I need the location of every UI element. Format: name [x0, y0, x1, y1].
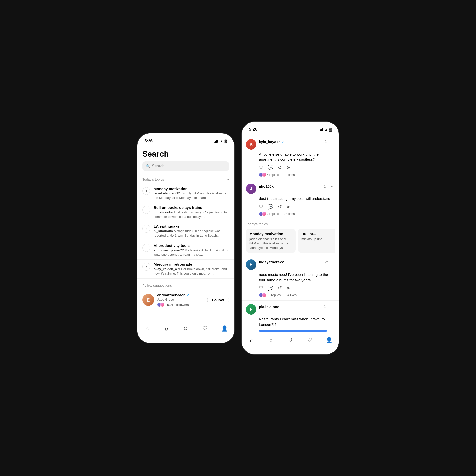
stats-avatars-jiho [259, 212, 265, 216]
share-button-jiho[interactable]: ➤ [286, 204, 290, 210]
topic-content-4: AI productivity tools sunflower_power77 … [154, 243, 229, 257]
stats-avatars-kyia [259, 172, 265, 177]
username-row-hidaya: hidayathere22 6m ··· [259, 259, 335, 265]
topics-section-header: Today's topics ··· [137, 175, 234, 184]
topic-content-2: Bull on tracks delays trains mirikitcook… [154, 205, 229, 219]
post-stats-jiho: 2 replies · 24 likes [246, 212, 335, 219]
more-pia[interactable]: ··· [331, 304, 335, 309]
feed-topic-title-1: Monday motivation [249, 232, 292, 236]
topic-item-3[interactable]: 3 LA earthquake hi_kimuraito A magnitude… [137, 222, 234, 241]
search-screen: Search 🔍 Search Today's topics ··· 1 Mon… [137, 145, 234, 343]
feed-topics-label: Today's topics [246, 222, 335, 226]
search-nav-icon: ⌕ [165, 325, 168, 332]
home-icon-2: ⌂ [250, 337, 253, 343]
username-row-pia: pia.in.a.pod 1m ··· [259, 304, 335, 309]
nav-profile[interactable]: 👤 [215, 325, 234, 332]
topic-item-1[interactable]: 1 Monday motivation jaded.elephant17 It'… [137, 184, 234, 203]
repost-button-jiho[interactable]: ↺ [278, 204, 282, 210]
blue-bar-wrapper [246, 330, 335, 332]
topic-content-1: Monday motivation jaded.elephant17 It's … [154, 187, 229, 200]
time-pia: 1m [324, 305, 328, 309]
topic-content-3: LA earthquake hi_kimuraito A magnitude 3… [154, 224, 229, 238]
share-button-hidaya[interactable]: ➤ [286, 285, 290, 291]
feed-topics-section: Today's topics Monday motivation jaded.e… [242, 219, 339, 256]
repost-button-kyia[interactable]: ↺ [278, 165, 282, 170]
stats-avatar-2-jiho [262, 212, 266, 216]
person-nav-icon: 👤 [221, 325, 228, 332]
more-kyia[interactable]: ··· [331, 139, 335, 144]
phone-search: 5:26 ▲ ▓ Search 🔍 Search Today's topics … [137, 133, 234, 343]
topic-preview-2: mirikitcooks That feeling when you're ju… [154, 210, 229, 219]
share-button-kyia[interactable]: ➤ [286, 165, 290, 170]
username-jiho: jiho100x [259, 184, 274, 188]
topic-content-5: Mercury in retrograde okay_kaiden_459 Ca… [154, 262, 229, 276]
topic-preview-1: jaded.elephant17 It's only 8AM and this … [154, 191, 229, 200]
nav-home-2[interactable]: ⌂ [242, 337, 261, 343]
like-button-hidaya[interactable]: ♡ [259, 285, 263, 291]
nav-profile-2[interactable]: 👤 [319, 337, 339, 343]
post-body-jiho: dust is distracting...my boss will under… [246, 196, 335, 201]
comment-button-jiho[interactable]: 💬 [268, 204, 273, 210]
likes-hidaya: 64 likes [286, 293, 297, 297]
topic-item-4[interactable]: 4 AI productivity tools sunflower_power7… [137, 241, 234, 260]
nav-repost[interactable]: ↺ [176, 325, 195, 332]
post-header-hidaya: H hidayathere22 6m ··· [246, 259, 335, 270]
feed-topic-title-2: Bull or... [301, 232, 335, 236]
username-row-jiho: jiho100x 1m ··· [259, 184, 335, 189]
battery-icon-2: ▓ [329, 127, 332, 131]
nav-repost-2[interactable]: ↺ [281, 337, 300, 343]
nav-likes[interactable]: ♡ [195, 325, 215, 332]
status-time-2: 5:26 [249, 127, 257, 132]
search-bar-wrapper: 🔍 Search [137, 161, 234, 175]
username-row-kyia: kyia_kayaks ✓ 2h ··· [259, 139, 335, 144]
nav-likes-2[interactable]: ♡ [300, 337, 319, 343]
time-kyia: 2h [325, 140, 328, 144]
post-actions-kyia: ♡ 💬 ↺ ➤ [246, 165, 335, 170]
comment-button-hidaya[interactable]: 💬 [268, 285, 273, 291]
like-button-jiho[interactable]: ♡ [259, 204, 263, 210]
post-header-kyia: K kyia_kayaks ✓ 2h ··· [246, 139, 335, 150]
nav-home[interactable]: ⌂ [137, 325, 157, 332]
nav-search[interactable]: ⌕ [157, 325, 176, 332]
like-button-kyia[interactable]: ♡ [259, 165, 263, 170]
topic-item-5[interactable]: 5 Mercury in retrograde okay_kaiden_459 … [137, 260, 234, 279]
topic-username-2: mirikitcooks [154, 210, 173, 214]
time-jiho: 1m [324, 184, 328, 188]
stat-dot-kyia: · [281, 173, 282, 177]
username-hidaya: hidayathere22 [259, 260, 284, 264]
post-header-jiho: J jiho100x 1m ··· [246, 184, 335, 194]
topic-preview-4: sunflower_power77 My favorite AI hack: u… [154, 248, 229, 257]
repost-button-hidaya[interactable]: ↺ [278, 285, 282, 291]
topics-more-icon[interactable]: ··· [225, 177, 229, 182]
follow-meta: 5,012 followers [157, 302, 204, 307]
home-icon: ⌂ [145, 325, 149, 332]
status-bar-2: 5:26 ▲ ▓ [242, 122, 339, 134]
page-title: Search [137, 145, 234, 161]
more-hidaya[interactable]: ··· [331, 259, 335, 265]
post-hidaya: H hidayathere22 6m ··· need music recs! … [242, 256, 339, 301]
topic-title-1: Monday motivation [154, 187, 229, 191]
feed-topic-card-2[interactable]: Bull or... mirikito up unb... [298, 229, 335, 253]
search-bar[interactable]: 🔍 Search [142, 161, 229, 171]
topic-username-4: sunflower_power77 [154, 248, 184, 252]
follow-info: endoatthebeach ✓ Jade Greco 5,012 follow… [157, 293, 204, 307]
topic-preview-5: okay_kaiden_459 Car broke down, nail bro… [154, 267, 229, 276]
search-nav-icon-2: ⌕ [269, 337, 273, 343]
nav-search-2[interactable]: ⌕ [261, 337, 281, 343]
more-jiho[interactable]: ··· [331, 184, 335, 189]
topic-number-2: 2 [142, 206, 150, 214]
post-meta-jiho: jiho100x 1m ··· [259, 184, 335, 189]
feed-topic-card-1[interactable]: Monday motivation jaded.elephant17 It's … [246, 229, 296, 253]
topic-item-2[interactable]: 2 Bull on tracks delays trains mirikitco… [137, 203, 234, 222]
replies-jiho: 2 replies [267, 212, 279, 216]
likes-kyia: 12 likes [284, 173, 295, 177]
thread-line [251, 150, 251, 180]
post-meta-hidaya: hidayathere22 6m ··· [259, 259, 335, 265]
status-bar: 5:26 ▲ ▓ [137, 133, 234, 145]
topics-list: 1 Monday motivation jaded.elephant17 It'… [137, 184, 234, 279]
follow-count: 5,012 followers [167, 303, 189, 307]
follow-button[interactable]: Follow [207, 296, 229, 304]
comment-button-kyia[interactable]: 💬 [268, 165, 273, 170]
feed-topic-username-2: mirikito [301, 237, 312, 241]
stats-avatars-hidaya [259, 293, 265, 297]
